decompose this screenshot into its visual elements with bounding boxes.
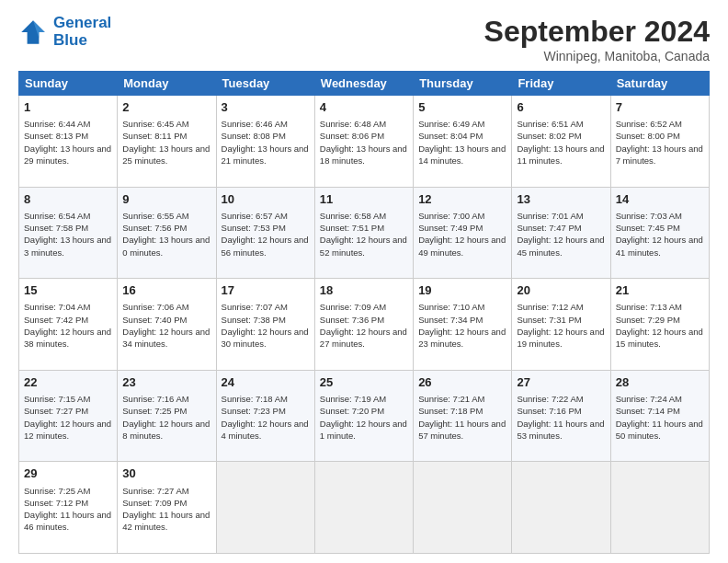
sunrise: Sunrise: 7:12 AM [517,302,583,312]
sunset: Sunset: 7:38 PM [222,315,286,325]
sunset: Sunset: 7:42 PM [24,315,88,325]
header-tuesday: Tuesday [216,72,314,96]
sunset: Sunset: 7:34 PM [418,315,483,325]
sunrise: Sunrise: 6:52 AM [616,119,682,129]
day-number: 10 [222,191,310,208]
sunset: Sunset: 8:08 PM [222,131,286,141]
calendar-cell: 8Sunrise: 6:54 AMSunset: 7:58 PMDaylight… [19,187,118,279]
day-number: 11 [320,191,408,208]
calendar-cell: 30Sunrise: 7:27 AMSunset: 7:09 PMDayligh… [118,462,216,554]
daylight: Daylight: 12 hours and 15 minutes. [616,327,703,349]
calendar-cell: 5Sunrise: 6:49 AMSunset: 8:04 PMDaylight… [414,96,512,188]
calendar-cell [512,462,610,554]
day-number: 9 [122,191,210,208]
calendar-cell: 29Sunrise: 7:25 AMSunset: 7:12 PMDayligh… [19,462,118,554]
location: Winnipeg, Manitoba, Canada [484,49,710,63]
sunrise: Sunrise: 7:15 AM [24,394,90,404]
daylight: Daylight: 12 hours and 30 minutes. [222,327,309,349]
day-number: 12 [418,191,506,208]
daylight: Daylight: 12 hours and 49 minutes. [418,235,506,257]
daylight: Daylight: 12 hours and 56 minutes. [222,235,309,257]
sunrise: Sunrise: 6:51 AM [517,119,583,129]
calendar-cell: 21Sunrise: 7:13 AMSunset: 7:29 PMDayligh… [610,279,709,371]
calendar-cell [314,462,413,554]
sunset: Sunset: 8:04 PM [418,131,483,141]
sunset: Sunset: 7:45 PM [616,223,680,233]
day-number: 30 [122,465,210,482]
calendar-cell: 14Sunrise: 7:03 AMSunset: 7:45 PMDayligh… [610,187,709,279]
day-number: 18 [320,282,408,299]
calendar-cell: 2Sunrise: 6:45 AMSunset: 8:11 PMDaylight… [118,96,216,188]
day-number: 3 [222,99,310,116]
daylight: Daylight: 13 hours and 0 minutes. [122,235,210,257]
day-number: 2 [122,99,210,116]
sunrise: Sunrise: 6:44 AM [24,119,90,129]
sunset: Sunset: 7:23 PM [222,406,286,416]
calendar-cell: 20Sunrise: 7:12 AMSunset: 7:31 PMDayligh… [512,279,610,371]
sunrise: Sunrise: 7:24 AM [616,394,682,404]
daylight: Daylight: 13 hours and 3 minutes. [24,235,111,257]
sunset: Sunset: 7:51 PM [320,223,384,233]
daylight: Daylight: 13 hours and 29 minutes. [24,144,111,166]
calendar-week-row: 22Sunrise: 7:15 AMSunset: 7:27 PMDayligh… [19,370,710,462]
day-number: 22 [24,374,112,391]
title-area: September 2024 Winnipeg, Manitoba, Canad… [484,15,710,63]
calendar-cell [610,462,709,554]
sunset: Sunset: 7:58 PM [24,223,88,233]
sunrise: Sunrise: 7:19 AM [320,394,386,404]
day-number: 23 [122,374,210,391]
day-number: 24 [222,374,310,391]
calendar-cell [216,462,314,554]
header-thursday: Thursday [414,72,512,96]
calendar-cell: 13Sunrise: 7:01 AMSunset: 7:47 PMDayligh… [512,187,610,279]
logo: General Blue [18,15,111,49]
day-number: 20 [517,282,605,299]
day-number: 8 [24,191,112,208]
daylight: Daylight: 13 hours and 25 minutes. [122,144,210,166]
month-title: September 2024 [484,15,710,49]
day-number: 1 [24,99,112,116]
daylight: Daylight: 12 hours and 12 minutes. [24,419,111,441]
sunset: Sunset: 7:18 PM [418,406,483,416]
sunrise: Sunrise: 7:06 AM [122,302,188,312]
logo-text: General Blue [53,15,111,49]
sunset: Sunset: 7:27 PM [24,406,88,416]
sunset: Sunset: 7:12 PM [24,498,88,508]
calendar-cell: 24Sunrise: 7:18 AMSunset: 7:23 PMDayligh… [216,370,314,462]
logo-icon [18,17,48,47]
daylight: Daylight: 12 hours and 38 minutes. [24,327,111,349]
calendar-cell: 10Sunrise: 6:57 AMSunset: 7:53 PMDayligh… [216,187,314,279]
sunrise: Sunrise: 7:22 AM [517,394,583,404]
sunrise: Sunrise: 7:00 AM [418,211,484,221]
calendar-cell: 23Sunrise: 7:16 AMSunset: 7:25 PMDayligh… [118,370,216,462]
day-number: 17 [222,282,310,299]
sunset: Sunset: 7:31 PM [517,315,581,325]
sunrise: Sunrise: 7:21 AM [418,394,484,404]
header-sunday: Sunday [19,72,118,96]
daylight: Daylight: 13 hours and 7 minutes. [616,144,703,166]
daylight: Daylight: 12 hours and 45 minutes. [517,235,604,257]
sunrise: Sunrise: 6:55 AM [122,211,188,221]
sunrise: Sunrise: 6:46 AM [222,119,288,129]
daylight: Daylight: 12 hours and 52 minutes. [320,235,407,257]
daylight: Daylight: 12 hours and 27 minutes. [320,327,407,349]
calendar-cell: 19Sunrise: 7:10 AMSunset: 7:34 PMDayligh… [414,279,512,371]
sunrise: Sunrise: 6:57 AM [222,211,288,221]
day-number: 5 [418,99,506,116]
daylight: Daylight: 12 hours and 23 minutes. [418,327,506,349]
sunset: Sunset: 7:20 PM [320,406,384,416]
sunset: Sunset: 7:16 PM [517,406,581,416]
calendar-cell: 3Sunrise: 6:46 AMSunset: 8:08 PMDaylight… [216,96,314,188]
sunset: Sunset: 7:47 PM [517,223,581,233]
day-number: 29 [24,465,112,482]
day-number: 26 [418,374,506,391]
day-number: 15 [24,282,112,299]
calendar-cell: 15Sunrise: 7:04 AMSunset: 7:42 PMDayligh… [19,279,118,371]
sunset: Sunset: 7:36 PM [320,315,384,325]
calendar-cell: 7Sunrise: 6:52 AMSunset: 8:00 PMDaylight… [610,96,709,188]
sunset: Sunset: 7:49 PM [418,223,483,233]
calendar-cell: 12Sunrise: 7:00 AMSunset: 7:49 PMDayligh… [414,187,512,279]
sunrise: Sunrise: 6:45 AM [122,119,188,129]
calendar-cell: 22Sunrise: 7:15 AMSunset: 7:27 PMDayligh… [19,370,118,462]
sunrise: Sunrise: 7:04 AM [24,302,90,312]
